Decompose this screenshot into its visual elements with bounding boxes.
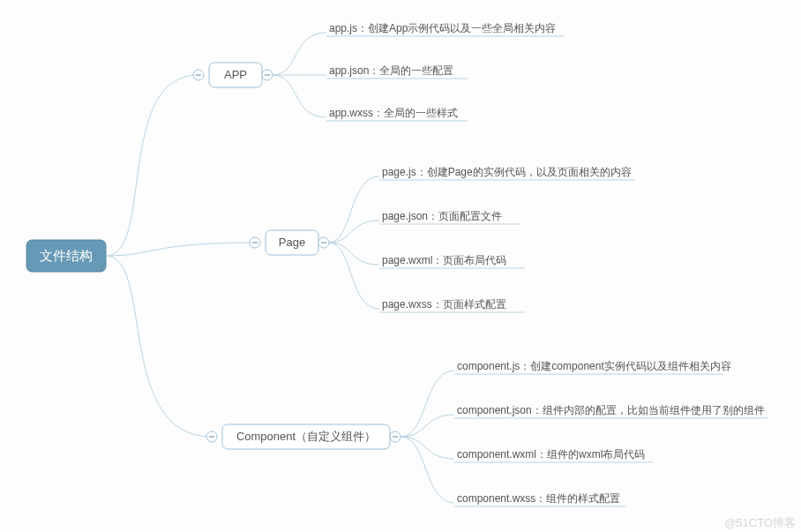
branch-comp-2	[400, 437, 454, 459]
branch-page-1	[329, 221, 379, 243]
svg-text:component.wxml：组件的wxml布局代码: component.wxml：组件的wxml布局代码	[457, 448, 645, 461]
node-comp-label: Component（自定义组件）	[236, 430, 376, 443]
leaf-app-1: app.json：全局的一些配置	[326, 64, 468, 79]
branch-root-page	[106, 243, 255, 256]
leaf-app-0: app.js：创建App示例代码以及一些全局相关内容	[326, 22, 565, 36]
branch-comp-1	[400, 415, 454, 437]
svg-text:page.wxss：页面样式配置: page.wxss：页面样式配置	[382, 298, 506, 311]
svg-text:page.json：页面配置文件: page.json：页面配置文件	[382, 210, 502, 222]
leaf-page-0: page.js：创建Page的实例代码，以及页面相关的内容	[379, 166, 635, 180]
branch-comp-3	[400, 437, 454, 503]
root-node[interactable]: 文件结构	[26, 240, 106, 272]
node-comp[interactable]: Component（自定义组件）	[206, 424, 400, 449]
node-app[interactable]: APP	[193, 63, 273, 87]
node-page-label: Page	[279, 236, 305, 249]
leaf-page-3: page.wxss：页面样式配置	[379, 298, 525, 312]
leaf-page-1: page.json：页面配置文件	[379, 210, 520, 224]
svg-text:page.js：创建Page的实例代码，以及页面相关的内容: page.js：创建Page的实例代码，以及页面相关的内容	[382, 166, 632, 178]
leaf-comp-3: component.wxss：组件的样式配置	[454, 492, 626, 506]
branch-comp-0	[400, 371, 454, 437]
leaf-comp-2: component.wxml：组件的wxml布局代码	[454, 448, 653, 462]
leaf-comp-1: component.json：组件内部的配置，比如当前组件使用了别的组件	[454, 404, 767, 418]
leaf-app-2: app.wxss：全局的一些样式	[326, 107, 468, 121]
svg-text:component.json：组件内部的配置，比如当前组件使: component.json：组件内部的配置，比如当前组件使用了别的组件	[457, 404, 765, 416]
branch-page-2	[329, 243, 379, 265]
watermark: @51CTO博客	[724, 516, 796, 529]
svg-text:component.js：创建component实例代码以及: component.js：创建component实例代码以及组件相关内容	[457, 360, 731, 372]
svg-text:page.wxml：页面布局代码: page.wxml：页面布局代码	[382, 254, 506, 266]
svg-text:app.js：创建App示例代码以及一些全局相关内容: app.js：创建App示例代码以及一些全局相关内容	[329, 22, 556, 34]
node-page[interactable]: Page	[250, 230, 329, 255]
svg-text:app.wxss：全局的一些样式: app.wxss：全局的一些样式	[329, 107, 458, 119]
svg-text:app.json：全局的一些配置: app.json：全局的一些配置	[329, 64, 453, 77]
branch-root-app	[106, 75, 198, 256]
branch-root-comp	[106, 256, 212, 437]
branch-page-3	[329, 243, 379, 309]
branch-page-0	[329, 176, 379, 243]
branch-app-0	[273, 33, 326, 75]
leaf-comp-0: component.js：创建component实例代码以及组件相关内容	[454, 360, 731, 374]
svg-text:component.wxss：组件的样式配置: component.wxss：组件的样式配置	[457, 492, 620, 505]
mindmap-canvas: 文件结构 APP app.js：创建App示例代码以及一些全局相关内容 app.…	[0, 0, 801, 532]
root-label: 文件结构	[40, 248, 93, 263]
leaf-page-2: page.wxml：页面布局代码	[379, 254, 525, 268]
branch-app-2	[273, 75, 326, 117]
node-app-label: APP	[224, 68, 247, 81]
